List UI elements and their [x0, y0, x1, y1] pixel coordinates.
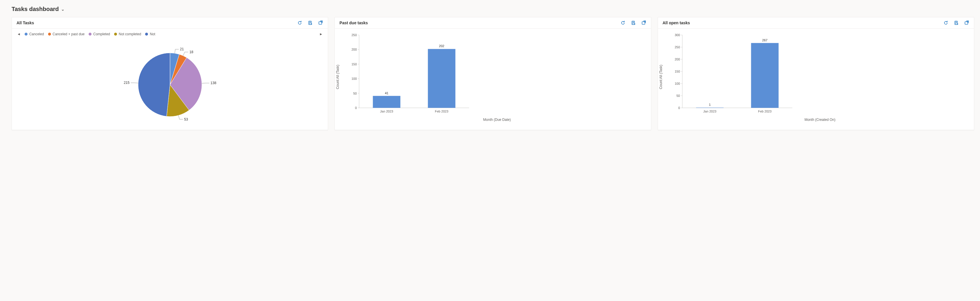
legend-dot-icon: [48, 33, 51, 36]
y-tick-label: 50: [353, 92, 357, 95]
y-tick-label: 200: [675, 57, 680, 61]
legend-label: Completed: [93, 32, 110, 36]
legend-label: Canceled: [29, 32, 44, 36]
x-tick-label: Jan 2023: [380, 109, 393, 113]
chevron-down-icon: ⌄: [61, 7, 65, 11]
expand-icon[interactable]: [641, 20, 646, 25]
y-axis-label: Count:All (Task): [659, 65, 663, 89]
x-axis-label: Month (Due Date): [347, 118, 646, 122]
bar[interactable]: [428, 49, 455, 108]
x-tick-label: Feb 2023: [758, 109, 771, 113]
legend-item[interactable]: Completed: [89, 32, 110, 36]
legend-dot-icon: [114, 33, 117, 36]
card-all-tasks: All Tasks ◄ CanceledCanceled + past dueC…: [11, 17, 328, 130]
legend-item[interactable]: Canceled: [25, 32, 44, 36]
view-records-icon[interactable]: [631, 20, 636, 25]
y-tick-label: 0: [355, 106, 357, 109]
bar-value-label: 267: [762, 38, 767, 42]
card-actions: [943, 20, 969, 25]
card-actions: [297, 20, 323, 25]
expand-icon[interactable]: [964, 20, 969, 25]
pie-slice-value: 21: [180, 47, 184, 51]
card-header: Past due tasks: [335, 17, 651, 29]
view-records-icon[interactable]: [954, 20, 959, 25]
expand-icon[interactable]: [318, 20, 323, 25]
dashboard-title-text: Tasks dashboard: [11, 6, 59, 13]
card-title: All open tasks: [663, 21, 690, 25]
legend-item[interactable]: Not completed: [114, 32, 141, 36]
card-open-tasks: All open tasks Count:All (Task) 05010015…: [658, 17, 974, 130]
x-tick-label: Feb 2023: [435, 109, 448, 113]
past-due-bar-chart: 05010015020025041Jan 2023202Feb 2023: [347, 32, 472, 116]
y-axis-label: Count:All (Task): [336, 65, 340, 89]
y-tick-label: 300: [675, 33, 680, 37]
legend-label: Not: [150, 32, 155, 36]
x-tick-label: Jan 2023: [703, 109, 716, 113]
bar-value-label: 41: [385, 91, 388, 95]
y-tick-label: 200: [352, 48, 357, 51]
bar-value-label: 1: [709, 103, 711, 106]
dashboard-title[interactable]: Tasks dashboard ⌄: [11, 6, 974, 13]
y-tick-label: 150: [675, 70, 680, 73]
bar[interactable]: [373, 96, 401, 108]
legend-prev-icon[interactable]: ◄: [16, 32, 21, 36]
pie-slice-value: 138: [210, 81, 216, 85]
legend: ◄ CanceledCanceled + past dueCompletedNo…: [16, 32, 323, 36]
y-tick-label: 150: [352, 62, 357, 66]
bar[interactable]: [696, 108, 724, 108]
y-tick-label: 100: [675, 82, 680, 85]
bar[interactable]: [751, 43, 778, 108]
legend-dot-icon: [25, 33, 27, 36]
bar-value-label: 202: [439, 44, 444, 48]
refresh-icon[interactable]: [943, 20, 948, 25]
refresh-icon[interactable]: [297, 20, 302, 25]
legend-item[interactable]: Canceled + past due: [48, 32, 84, 36]
all-tasks-pie-chart: 211813853215: [106, 38, 234, 125]
y-tick-label: 50: [676, 94, 680, 97]
legend-dot-icon: [145, 33, 148, 36]
card-title: All Tasks: [16, 21, 34, 25]
legend-item[interactable]: Not: [145, 32, 155, 36]
legend-label: Not completed: [119, 32, 141, 36]
legend-dot-icon: [89, 33, 92, 36]
pie-slice[interactable]: [138, 53, 170, 116]
card-actions: [620, 20, 646, 25]
legend-label: Canceled + past due: [53, 32, 84, 36]
open-tasks-bar-chart: 0501001502002503001Jan 2023267Feb 2023: [671, 32, 795, 116]
y-tick-label: 250: [352, 33, 357, 37]
view-records-icon[interactable]: [307, 20, 313, 25]
refresh-icon[interactable]: [620, 20, 625, 25]
x-axis-label: Month (Created On): [671, 118, 969, 122]
card-header: All Tasks: [12, 17, 328, 29]
pie-slice-value: 18: [189, 50, 194, 54]
y-tick-label: 0: [678, 106, 680, 109]
y-tick-label: 100: [352, 77, 357, 81]
card-header: All open tasks: [658, 17, 974, 29]
pie-slice-value: 53: [184, 117, 188, 122]
card-past-due: Past due tasks Count:All (Task) 05010015…: [334, 17, 651, 130]
y-tick-label: 250: [675, 45, 680, 49]
pie-slice-value: 215: [124, 81, 129, 85]
card-title: Past due tasks: [339, 21, 368, 25]
legend-next-icon[interactable]: ►: [318, 32, 323, 36]
